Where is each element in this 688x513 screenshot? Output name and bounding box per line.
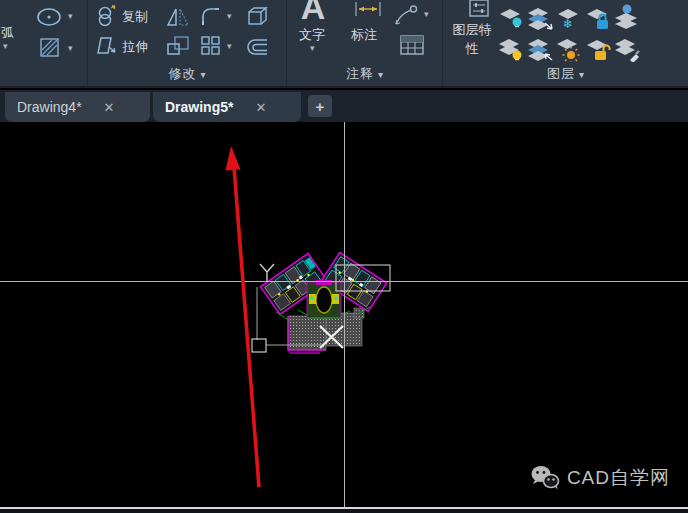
leader-dropdown-caret[interactable]: ▾: [424, 10, 429, 19]
layers-panel-title[interactable]: 图层▾: [444, 65, 688, 83]
layer-thaw-icon[interactable]: [554, 36, 584, 62]
leader-icon[interactable]: [392, 4, 420, 28]
hatch-icon[interactable]: [38, 36, 62, 60]
modify-panel-label: 修改: [168, 66, 196, 81]
stretch-button[interactable]: 拉伸: [122, 38, 148, 56]
crosshair-vertical: [344, 122, 345, 507]
fillet-icon[interactable]: [199, 5, 223, 29]
layers-panel-label: 图层: [547, 66, 575, 81]
layer-thaw-arrow-icon[interactable]: [525, 36, 555, 62]
svg-text:❄: ❄: [563, 17, 573, 31]
watermark-text: CAD自学网: [567, 465, 670, 491]
tab-drawing4-label: Drawing4*: [17, 99, 82, 115]
wechat-icon: [530, 465, 560, 491]
ribbon: 弧 ▾ ▾ ▾ 复制 ▾ 拉伸: [0, 0, 688, 88]
tab-drawing5-close-icon[interactable]: ✕: [255, 100, 266, 115]
file-tab-bar: Drawing4* ✕ Drawing5* ✕ +: [0, 90, 688, 122]
layer-on-icon[interactable]: [496, 36, 526, 62]
ribbon-panel-annotate: A 文字 ▾ 标注 ▾ 注释▾: [288, 0, 443, 86]
layer-lock-icon[interactable]: [583, 5, 613, 31]
annotate-panel-title[interactable]: 注释▾: [288, 65, 442, 83]
tab-drawing4-close-icon[interactable]: ✕: [104, 100, 115, 115]
layer-properties-icon[interactable]: [466, 0, 492, 18]
autocad-window: { "colors": { "ribbon_bg": "#2b3541", "t…: [0, 0, 688, 513]
drawing-canvas[interactable]: CAD自学网: [0, 122, 688, 507]
ribbon-panel-modify: 复制 ▾ 拉伸 ▾ 修改▾: [89, 0, 287, 86]
dimension-button[interactable]: 标注: [351, 26, 377, 44]
watermark: CAD自学网: [530, 465, 670, 491]
table-icon[interactable]: [398, 32, 426, 58]
tab-drawing5[interactable]: Drawing5* ✕: [153, 92, 301, 122]
text-icon[interactable]: A: [296, 0, 330, 26]
annotate-panel-label: 注释: [346, 66, 374, 81]
bottom-strip: [0, 509, 688, 513]
dimension-icon[interactable]: [352, 0, 384, 24]
layer-current-icon[interactable]: [612, 3, 642, 31]
scale-icon[interactable]: [165, 34, 191, 58]
layer-properties-button[interactable]: 图层特性: [451, 20, 493, 58]
new-tab-button[interactable]: +: [308, 95, 332, 117]
arc-dropdown-caret[interactable]: ▾: [3, 42, 8, 51]
copy-button[interactable]: 复制: [122, 8, 148, 26]
fillet-dropdown-caret[interactable]: ▾: [227, 12, 232, 21]
layer-unlock-icon[interactable]: [583, 36, 613, 62]
tab-drawing4[interactable]: Drawing4* ✕: [5, 92, 150, 122]
array-dropdown-caret[interactable]: ▾: [227, 42, 232, 51]
offset-icon[interactable]: [245, 36, 271, 58]
base-point-box: [252, 339, 266, 352]
ribbon-panel-layers: 图层特性 ❄: [444, 0, 688, 86]
annotate-panel-caret-icon[interactable]: ▾: [378, 69, 384, 80]
layers-panel-caret-icon[interactable]: ▾: [579, 69, 585, 80]
arc-button[interactable]: 弧: [1, 24, 14, 42]
tab-drawing5-label: Drawing5*: [165, 99, 233, 115]
text-dropdown-caret[interactable]: ▾: [310, 44, 315, 53]
modify-panel-title[interactable]: 修改▾: [89, 65, 286, 83]
text-button[interactable]: 文字: [299, 26, 325, 44]
floor-plan-drawing: [250, 252, 398, 360]
layer-freeze-icon[interactable]: ❄: [554, 5, 584, 31]
stretch-icon[interactable]: [95, 34, 119, 58]
ellipse-dropdown-caret[interactable]: ▾: [68, 12, 73, 21]
mirror-icon[interactable]: [165, 5, 191, 29]
layer-match-icon[interactable]: [612, 36, 642, 62]
modify-panel-caret-icon[interactable]: ▾: [200, 69, 206, 80]
copy-icon[interactable]: [95, 4, 119, 28]
ribbon-panel-draw: 弧 ▾ ▾ ▾: [0, 0, 88, 86]
hatch-dropdown-caret[interactable]: ▾: [68, 44, 73, 53]
layer-off-icon[interactable]: [496, 5, 526, 31]
layer-freeze-arrow-icon[interactable]: [525, 5, 555, 31]
ellipse-icon[interactable]: [36, 6, 64, 28]
cube-icon[interactable]: [245, 4, 271, 28]
array-icon[interactable]: [199, 34, 223, 58]
